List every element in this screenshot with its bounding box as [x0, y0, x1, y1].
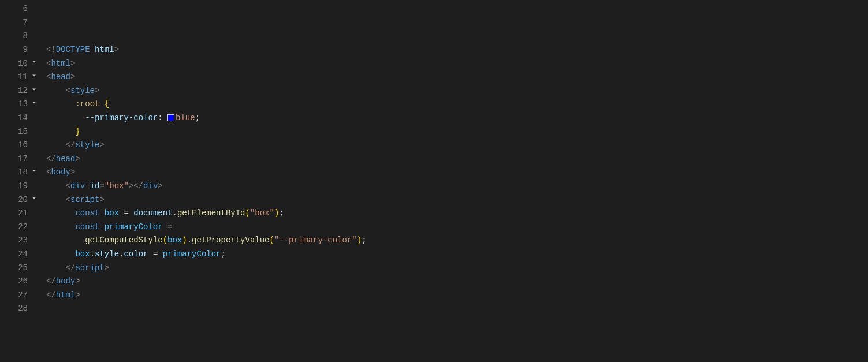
- token-variable: box: [75, 248, 90, 260]
- token-tag: style: [70, 85, 95, 97]
- gutter-line[interactable]: 8: [0, 29, 44, 43]
- code-line: [46, 29, 868, 43]
- token-brace: {: [105, 98, 109, 110]
- token-variable: box: [167, 234, 182, 247]
- line-number: 21: [14, 207, 28, 219]
- indent: [46, 98, 75, 110]
- code-line: [46, 16, 868, 30]
- gutter-line[interactable]: 14: [0, 111, 44, 125]
- token-css-value: blue: [176, 112, 195, 124]
- token-eq: =: [99, 180, 104, 192]
- token-bracket: <: [46, 166, 51, 178]
- gutter-line[interactable]: 12: [0, 84, 44, 98]
- gutter-line[interactable]: 26: [0, 275, 44, 289]
- token-object: document: [133, 207, 172, 219]
- code-line: <!DOCTYPE html>: [46, 43, 868, 57]
- gutter-line[interactable]: 28: [0, 302, 44, 316]
- token-string: "box": [250, 207, 274, 219]
- line-number: 28: [14, 303, 28, 315]
- token-keyword: const: [75, 221, 99, 233]
- token-slash: /: [70, 139, 75, 151]
- gutter-line[interactable]: 6: [0, 2, 44, 16]
- token-bracket: <: [46, 275, 51, 288]
- token-bracket: >: [158, 180, 162, 192]
- code-line: <style>: [46, 84, 868, 98]
- token-bracket: >: [75, 153, 80, 165]
- code-line: getComputedStyle(box).getPropertyValue("…: [46, 234, 868, 248]
- token-bracket: <: [66, 180, 70, 192]
- token-tag: head: [51, 71, 70, 83]
- code-line: </html>: [46, 288, 868, 302]
- gutter-line[interactable]: 17: [0, 152, 44, 166]
- gutter-line[interactable]: 27: [0, 288, 44, 302]
- token-tag: script: [70, 194, 99, 206]
- line-number: 18: [14, 166, 28, 178]
- indent: [46, 139, 66, 151]
- code-line: </head>: [46, 152, 868, 166]
- gutter-line[interactable]: 21: [0, 207, 44, 221]
- gutter-line[interactable]: 24: [0, 248, 44, 262]
- token-tag: div: [143, 180, 158, 192]
- token-bracket: <: [46, 44, 51, 56]
- token-bracket: >: [95, 85, 99, 97]
- gutter-line[interactable]: 23: [0, 234, 44, 248]
- token-space: [129, 207, 133, 219]
- code-line: :root {: [46, 98, 868, 111]
- token-function: getPropertyValue: [192, 234, 269, 247]
- token-paren: ): [357, 234, 362, 247]
- token-space: [158, 248, 162, 260]
- gutter-line[interactable]: 20: [0, 193, 44, 207]
- code-line: const box = document.getElementById("box…: [46, 207, 868, 221]
- gutter-line[interactable]: 15: [0, 125, 44, 139]
- line-number: 11: [14, 71, 28, 83]
- line-number: 9: [14, 44, 28, 56]
- gutter-line[interactable]: 7: [0, 16, 44, 30]
- code-line: </style>: [46, 139, 868, 152]
- indent: [46, 112, 85, 124]
- gutter-line[interactable]: 11: [0, 70, 44, 84]
- token-bracket: <: [66, 194, 70, 206]
- indent: [46, 221, 75, 233]
- token-tag: html: [51, 58, 70, 70]
- fold-chevron-icon[interactable]: [30, 86, 38, 96]
- token-dot: .: [187, 234, 192, 247]
- line-number: 6: [14, 3, 28, 15]
- fold-chevron-icon[interactable]: [30, 195, 38, 205]
- token-bracket: <: [46, 153, 51, 165]
- fold-chevron-icon[interactable]: [30, 99, 38, 110]
- token-function: getElementById: [177, 207, 245, 219]
- token-bracket: <: [133, 180, 138, 192]
- fold-chevron-icon[interactable]: [30, 58, 38, 69]
- token-bracket: <: [46, 71, 51, 83]
- gutter-line[interactable]: 10: [0, 57, 44, 70]
- gutter-line[interactable]: 18: [0, 166, 44, 180]
- indent: [46, 262, 66, 274]
- fold-chevron-icon[interactable]: [30, 167, 38, 178]
- gutter-line[interactable]: 16: [0, 139, 44, 152]
- color-swatch-icon[interactable]: [167, 114, 174, 121]
- token-bracket: >: [70, 166, 75, 178]
- code-line: <div id="box"></div>: [46, 180, 868, 193]
- gutter-line[interactable]: 22: [0, 221, 44, 234]
- token-colon: :: [158, 112, 162, 124]
- gutter-line[interactable]: 25: [0, 261, 44, 275]
- indent: [46, 85, 66, 97]
- gutter-line[interactable]: 19: [0, 180, 44, 193]
- gutter-line[interactable]: 9: [0, 43, 44, 57]
- token-bracket: >: [70, 58, 75, 70]
- code-editor: 6 7 8 9 10 11 12 13 14 15 16 17 18 19 20…: [0, 0, 868, 362]
- code-line: [46, 302, 868, 316]
- token-semi: ;: [279, 207, 284, 219]
- code-area[interactable]: <!DOCTYPE html> <html> <head> <style> :r…: [44, 0, 868, 362]
- fold-chevron-icon[interactable]: [30, 72, 38, 83]
- gutter-line[interactable]: 13: [0, 98, 44, 111]
- token-bracket: >: [70, 71, 75, 83]
- token-variable: primaryColor: [105, 221, 163, 233]
- token-paren: (: [245, 207, 250, 219]
- line-number: 17: [14, 153, 28, 165]
- token-slash: /: [70, 262, 75, 274]
- line-number: 19: [14, 180, 28, 192]
- token-space: [119, 207, 124, 219]
- code-line: }: [46, 125, 868, 139]
- indent: [46, 194, 66, 206]
